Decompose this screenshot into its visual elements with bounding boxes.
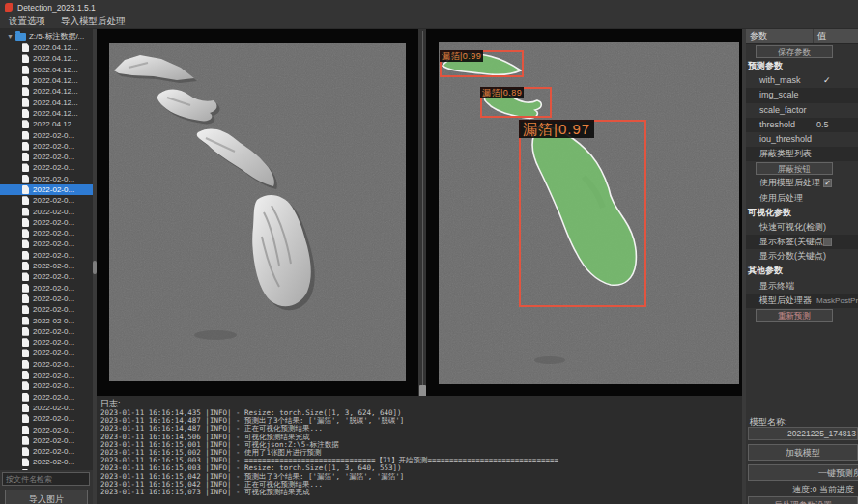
param-row: threshold0.5 bbox=[746, 118, 858, 132]
tree-item[interactable]: 2022-02-0... bbox=[0, 250, 93, 261]
tree-item[interactable]: 2022-02-0... bbox=[0, 446, 93, 457]
tree-item-label: 2022.04.12... bbox=[33, 120, 78, 128]
tree-item[interactable]: 2022-02-0... bbox=[0, 326, 93, 337]
tree-item-label: 2022-02-0... bbox=[33, 284, 74, 293]
file-icon bbox=[22, 414, 29, 423]
file-icon bbox=[22, 109, 29, 118]
params-header-value: 值 bbox=[814, 29, 858, 43]
file-icon bbox=[22, 305, 29, 314]
postprocess-settings-button[interactable]: 后处理参数设置 bbox=[748, 496, 858, 504]
menu-import-postprocess[interactable]: 导入模型后处理 bbox=[61, 15, 126, 28]
tree-item[interactable]: 2022-02-0... bbox=[0, 283, 93, 294]
load-model-button[interactable]: 加载模型 bbox=[748, 444, 858, 461]
tree-item[interactable]: 2022-02-0... bbox=[0, 359, 93, 370]
tree-item-label: 2022-02-0... bbox=[33, 381, 74, 390]
tree-item[interactable]: 2022.04.12... bbox=[0, 42, 93, 53]
tree-item[interactable]: 2022-02-0... bbox=[0, 184, 93, 195]
file-icon bbox=[22, 447, 29, 456]
tree-item-label: 2022-02-0... bbox=[33, 229, 74, 238]
tree-item[interactable]: 2022-02-0... bbox=[0, 206, 93, 216]
tree-item[interactable]: 2022-02-0... bbox=[0, 261, 93, 271]
tree-item[interactable]: 2022.04.12... bbox=[0, 108, 93, 119]
tree-item[interactable]: 2022-02-0... bbox=[0, 403, 93, 413]
check-icon: ✓ bbox=[823, 73, 831, 88]
param-row: 使用后处理 bbox=[746, 191, 858, 206]
tree-item[interactable]: 2022-02-0... bbox=[0, 271, 93, 282]
file-icon bbox=[22, 371, 29, 379]
tree-item[interactable]: 2022-02-0... bbox=[0, 238, 93, 249]
tree-item[interactable]: 2022-02-0... bbox=[0, 380, 93, 391]
tree-item[interactable]: 2022.04.12... bbox=[0, 65, 93, 75]
tree-item[interactable]: 2022-02-0... bbox=[0, 217, 93, 228]
tree-item[interactable]: 2022-02-0... bbox=[0, 228, 93, 238]
tree-item-label: 2022-02-0... bbox=[33, 349, 74, 357]
import-images-button[interactable]: 导入图片 bbox=[5, 490, 88, 504]
tree-item[interactable]: 2022.04.12... bbox=[0, 53, 93, 64]
param-button[interactable]: 保存参数 bbox=[756, 45, 833, 58]
tree-item[interactable]: 2022-02-0... bbox=[0, 162, 93, 173]
param-label: img_scale bbox=[746, 90, 799, 99]
predict-all-button[interactable]: 一键预测所有 bbox=[748, 464, 858, 481]
param-checkbox-empty[interactable] bbox=[823, 238, 832, 246]
file-icon bbox=[22, 436, 29, 445]
window-title: Detection_2023.1.5.1 bbox=[17, 3, 96, 13]
file-icon bbox=[22, 239, 29, 248]
param-label: 快速可视化(检测) bbox=[746, 222, 826, 232]
param-row: 显示终端 bbox=[746, 279, 858, 294]
file-icon bbox=[22, 458, 29, 466]
tree-item[interactable]: 2022-02-0 bbox=[0, 468, 93, 470]
tree-item[interactable]: 2022.04.12... bbox=[0, 86, 93, 97]
param-checkbox-checked[interactable]: ✓ bbox=[823, 179, 832, 187]
file-icon bbox=[22, 404, 29, 412]
tree-item[interactable]: 2022.04.12... bbox=[0, 119, 93, 129]
tree-item[interactable]: 2022-02-0... bbox=[0, 457, 93, 467]
search-input[interactable] bbox=[2, 472, 90, 486]
tree-item[interactable]: 2022-02-0... bbox=[0, 141, 93, 152]
tree-item[interactable]: 2022-02-0... bbox=[0, 315, 93, 325]
file-icon bbox=[22, 229, 29, 238]
panel-splitter[interactable] bbox=[422, 31, 423, 394]
file-icon bbox=[22, 327, 29, 336]
param-row: 使用模型后处理✓ bbox=[746, 176, 858, 190]
file-icon bbox=[22, 185, 29, 194]
tree-item[interactable]: 2022-02-0... bbox=[0, 152, 93, 162]
tree-item-label: 2022.04.12... bbox=[33, 98, 78, 107]
tree-item-label: 2022-02-0... bbox=[33, 360, 74, 369]
tree-item-label: 2022-02-0... bbox=[33, 163, 74, 172]
original-image-panel bbox=[97, 29, 418, 396]
menu-settings[interactable]: 设置选项 bbox=[9, 15, 45, 28]
tree-item[interactable]: 2022-02-0... bbox=[0, 294, 93, 304]
file-icon bbox=[22, 54, 29, 63]
tree-item[interactable]: 2022.04.12... bbox=[0, 97, 93, 107]
chevron-down-icon[interactable]: ▼ bbox=[7, 33, 14, 40]
tree-item[interactable]: 2022-02-0... bbox=[0, 370, 93, 380]
tree-item[interactable]: 2022-02-0... bbox=[0, 348, 93, 358]
tree-item-label: 2022.04.12... bbox=[33, 54, 78, 63]
tree-item[interactable]: 2022-02-0... bbox=[0, 174, 93, 184]
param-label: 模型后处理器 bbox=[746, 295, 812, 305]
tree-item-label: 2022-02-0... bbox=[33, 131, 74, 140]
model-name-field[interactable]: 20221225_174813 bbox=[748, 427, 858, 440]
speed-status: 速度:0 当前进度 bbox=[792, 484, 854, 496]
tree-item[interactable]: 2022-02-0... bbox=[0, 304, 93, 315]
tree-item[interactable]: 2022.04.12... bbox=[0, 75, 93, 86]
tree-item[interactable]: 2022-02-0... bbox=[0, 413, 93, 424]
tree-item-label: 2022-02-0... bbox=[33, 294, 74, 303]
param-button[interactable]: 重新预测 bbox=[756, 309, 833, 322]
tree-root[interactable]: ▼ Z:/5-标注数据/... bbox=[0, 30, 93, 42]
file-icon bbox=[22, 208, 29, 216]
param-row: scale_factor bbox=[746, 103, 858, 118]
file-icon bbox=[22, 131, 29, 140]
tree-item-label: 2022-02-0... bbox=[33, 458, 74, 466]
tree-item[interactable]: 2022-02-0... bbox=[0, 129, 93, 140]
tree-item-label: 2022-02-0... bbox=[33, 317, 74, 325]
tree-item[interactable]: 2022-02-0... bbox=[0, 435, 93, 446]
param-button[interactable]: 屏蔽按钮 bbox=[756, 162, 833, 175]
tree-item[interactable]: 2022-02-0... bbox=[0, 424, 93, 434]
tree-item[interactable]: 2022-02-0... bbox=[0, 337, 93, 348]
tree-item[interactable]: 2022-02-0... bbox=[0, 392, 93, 403]
param-label: 显示标签(关键点) bbox=[746, 237, 826, 246]
param-row: 屏蔽类型列表 bbox=[746, 147, 858, 161]
tree-item-label: 2022.04.12... bbox=[33, 43, 78, 52]
tree-item[interactable]: 2022-02-0... bbox=[0, 195, 93, 206]
